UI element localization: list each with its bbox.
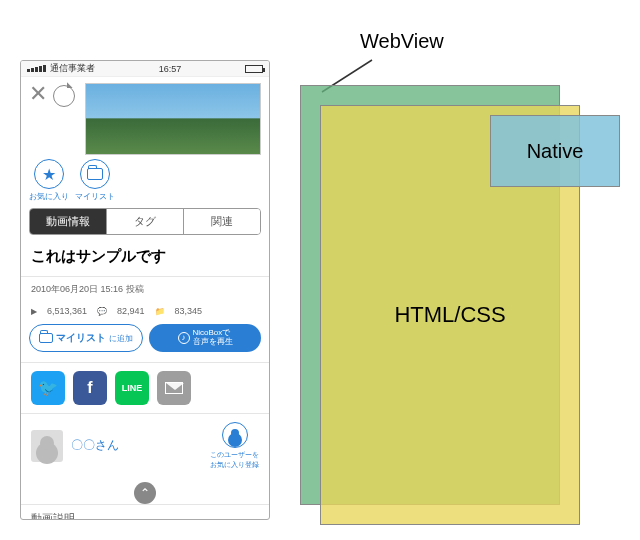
music-note-icon: ♪ xyxy=(178,332,190,344)
favorite-button[interactable]: ★ お気に入り xyxy=(29,159,69,202)
mail-share-button[interactable] xyxy=(157,371,191,405)
facebook-share-button[interactable]: f xyxy=(73,371,107,405)
reload-icon[interactable] xyxy=(53,85,75,107)
status-bar: 通信事業者 16:57 xyxy=(21,61,269,77)
user-icon xyxy=(222,422,248,448)
clock: 16:57 xyxy=(159,64,182,74)
nicobox-play-button[interactable]: ♪ NicoBoxで音声を再生 xyxy=(149,324,261,352)
line-icon: LINE xyxy=(122,383,143,393)
close-icon[interactable]: ✕ xyxy=(29,83,47,105)
mylist-count: 83,345 xyxy=(175,306,203,316)
video-thumbnail[interactable] xyxy=(85,83,261,155)
native-pane: Native xyxy=(490,115,620,187)
battery-icon xyxy=(245,65,263,73)
mylist-button[interactable]: マイリスト xyxy=(75,159,115,202)
add-to-mylist-button[interactable]: マイリスト に追加 xyxy=(29,324,143,352)
tab-tags[interactable]: タグ xyxy=(107,209,184,234)
user-name[interactable]: 〇〇さん xyxy=(71,437,202,454)
share-row: 🐦 f LINE xyxy=(21,362,269,413)
user-row: 〇〇さん このユーザーを お気に入り登録 xyxy=(21,413,269,478)
twitter-share-button[interactable]: 🐦 xyxy=(31,371,65,405)
signal-icon xyxy=(27,65,46,72)
star-icon: ★ xyxy=(42,165,56,184)
description-header: 動画説明 xyxy=(21,504,269,520)
facebook-icon: f xyxy=(87,379,92,397)
tab-video-info[interactable]: 動画情報 xyxy=(30,209,107,234)
folder-icon xyxy=(39,333,53,343)
video-stats: ▶6,513,361 💬82,941 📁83,345 xyxy=(21,302,269,324)
folder-icon xyxy=(87,168,103,180)
webview-label: WebView xyxy=(360,30,444,53)
play-icon: ▶ xyxy=(31,307,37,316)
twitter-icon: 🐦 xyxy=(38,378,58,397)
comment-icon: 💬 xyxy=(97,307,107,316)
line-share-button[interactable]: LINE xyxy=(115,371,149,405)
tab-related[interactable]: 関連 xyxy=(184,209,260,234)
layer-diagram: WebView HTML/CSS Native xyxy=(300,30,620,520)
view-count: 6,513,361 xyxy=(47,306,87,316)
phone-mockup: 通信事業者 16:57 ✕ ★ お気に入り マイリスト 動画情報 タグ 関連 こ… xyxy=(20,60,270,520)
comment-count: 82,941 xyxy=(117,306,145,316)
folder-stat-icon: 📁 xyxy=(155,307,165,316)
expand-chevron-icon[interactable]: ⌃ xyxy=(134,482,156,504)
video-title: これはサンプルです xyxy=(21,243,269,276)
carrier-label: 通信事業者 xyxy=(50,62,95,75)
tab-bar: 動画情報 タグ 関連 xyxy=(29,208,261,235)
follow-user-button[interactable]: このユーザーを お気に入り登録 xyxy=(210,422,259,470)
avatar[interactable] xyxy=(31,430,63,462)
mail-icon xyxy=(165,382,183,394)
posted-date: 2010年06月20日 15:16 投稿 xyxy=(21,276,269,302)
